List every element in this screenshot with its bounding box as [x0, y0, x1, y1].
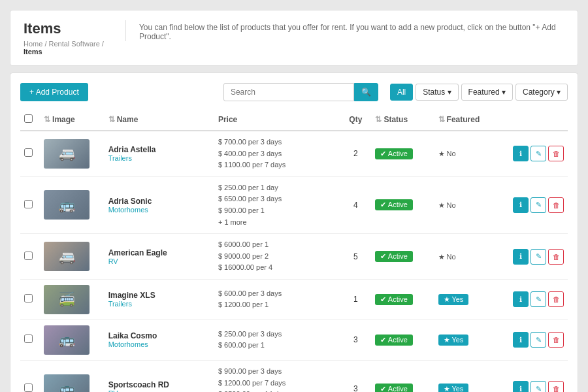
delete-button[interactable]: 🗑 — [548, 291, 564, 307]
item-qty: 3 — [353, 335, 358, 344]
edit-button[interactable]: ✎ — [531, 291, 546, 307]
action-buttons: ℹ ✎ 🗑 — [501, 291, 564, 307]
row-qty-cell: 5 — [340, 234, 371, 280]
featured-badge: ★ Yes — [438, 294, 469, 305]
info-button[interactable]: ℹ — [513, 332, 529, 348]
row-price-cell: $ 700.00 per 3 days$ 400.00 per 3 days$ … — [214, 131, 340, 176]
select-all-checkbox[interactable] — [24, 114, 33, 123]
header-description: You can find below the list of products … — [125, 20, 564, 41]
delete-button[interactable]: 🗑 — [548, 249, 564, 265]
row-checkbox[interactable] — [24, 335, 33, 343]
search-input[interactable] — [223, 83, 354, 101]
item-qty: 5 — [353, 252, 358, 261]
row-actions-cell: ℹ ✎ 🗑 — [497, 319, 568, 360]
filter-category-button[interactable]: Category ▾ — [515, 84, 568, 101]
row-price-cell: $ 900.00 per 3 days$ 1200.00 per 7 days$… — [214, 360, 340, 392]
info-button[interactable]: ℹ — [513, 197, 529, 213]
filter-status-button[interactable]: Status ▾ — [416, 84, 458, 101]
row-status-cell: ✔ Active — [371, 234, 434, 280]
edit-button[interactable]: ✎ — [531, 197, 546, 213]
toolbar: + Add Product 🔍 All Status ▾ Featured ▾ … — [20, 83, 568, 101]
search-button[interactable]: 🔍 — [354, 83, 378, 101]
row-actions-cell: ℹ ✎ 🗑 — [497, 176, 568, 233]
info-button[interactable]: ℹ — [513, 381, 529, 392]
info-button[interactable]: ℹ — [513, 146, 529, 161]
vehicle-image: 🚐 — [44, 242, 90, 271]
row-qty-cell: 4 — [340, 176, 371, 233]
row-checkbox[interactable] — [24, 294, 33, 302]
row-featured-cell: ★ No — [434, 176, 497, 233]
row-actions-cell: ℹ ✎ 🗑 — [497, 279, 568, 319]
col-price: Price — [214, 109, 340, 131]
row-checkbox-cell — [20, 176, 40, 233]
row-status-cell: ✔ Active — [371, 176, 434, 233]
action-buttons: ℹ ✎ 🗑 — [501, 332, 564, 348]
item-price: $ 6000.00 per 1$ 9000.00 per 2$ 16000.00… — [218, 239, 336, 274]
row-checkbox[interactable] — [24, 252, 33, 260]
main-card: + Add Product 🔍 All Status ▾ Featured ▾ … — [10, 73, 578, 392]
action-buttons: ℹ ✎ 🗑 — [501, 146, 564, 161]
action-buttons: ℹ ✎ 🗑 — [501, 249, 564, 265]
item-price: $ 600.00 per 3 days$ 1200.00 per 1 — [218, 288, 336, 311]
row-price-cell: $ 600.00 per 3 days$ 1200.00 per 1 — [214, 279, 340, 319]
edit-button[interactable]: ✎ — [531, 381, 546, 392]
row-checkbox[interactable] — [24, 200, 33, 208]
row-name-cell: American Eagle RV — [105, 234, 214, 280]
row-actions-cell: ℹ ✎ 🗑 — [497, 131, 568, 176]
add-product-button[interactable]: + Add Product — [20, 83, 88, 101]
row-checkbox-cell — [20, 131, 40, 176]
delete-button[interactable]: 🗑 — [548, 146, 564, 161]
featured-badge: ★ Yes — [438, 384, 469, 392]
delete-button[interactable]: 🗑 — [548, 332, 564, 348]
item-category[interactable]: RV — [108, 389, 210, 392]
row-price-cell: $ 250.00 per 3 days$ 600.00 per 1 — [214, 319, 340, 360]
col-image: ⇅Image — [40, 109, 105, 131]
row-image-cell: 🚐 — [40, 131, 105, 176]
item-name: Imagine XLS — [108, 291, 210, 300]
item-category[interactable]: RV — [108, 257, 210, 265]
status-badge: ✔ Active — [375, 148, 412, 159]
breadcrumb-home[interactable]: Home — [24, 40, 42, 48]
delete-button[interactable]: 🗑 — [548, 381, 564, 392]
edit-button[interactable]: ✎ — [531, 146, 546, 161]
filter-featured-button[interactable]: Featured ▾ — [461, 84, 513, 101]
item-qty: 2 — [353, 149, 358, 158]
col-select-all — [20, 109, 40, 131]
row-name-cell: Imagine XLS Trailers — [105, 279, 214, 319]
row-image-cell: 🚌 — [40, 360, 105, 392]
item-category[interactable]: Motorhomes — [108, 206, 210, 214]
item-category[interactable]: Trailers — [108, 300, 210, 308]
row-checkbox[interactable] — [24, 384, 33, 392]
vehicle-image: 🚎 — [44, 285, 90, 314]
table-row: 🚐 American Eagle RV $ 6000.00 per 1$ 900… — [20, 234, 568, 280]
filter-group: All Status ▾ Featured ▾ Category ▾ — [390, 84, 568, 101]
filter-all-button[interactable]: All — [390, 84, 413, 101]
row-checkbox-cell — [20, 279, 40, 319]
item-category[interactable]: Trailers — [108, 154, 210, 162]
breadcrumb-rental[interactable]: Rental Software — [49, 40, 100, 48]
row-actions-cell: ℹ ✎ 🗑 — [497, 234, 568, 280]
item-name: Laika Cosmo — [108, 331, 210, 340]
vehicle-image: 🚌 — [44, 190, 90, 220]
row-featured-cell: ★ Yes — [434, 279, 497, 319]
row-name-cell: Sportscoach RD RV — [105, 360, 214, 392]
item-category[interactable]: Motorhomes — [108, 340, 210, 348]
header-card: Items Home / Rental Software / Items You… — [10, 10, 578, 66]
table-row: 🚌 Sportscoach RD RV $ 900.00 per 3 days$… — [20, 360, 568, 392]
row-image-cell: 🚐 — [40, 234, 105, 280]
row-qty-cell: 3 — [340, 360, 371, 392]
delete-button[interactable]: 🗑 — [548, 197, 564, 213]
table-row: 🚐 Adria Astella Trailers $ 700.00 per 3 … — [20, 131, 568, 176]
item-price: $ 250.00 per 3 days$ 600.00 per 1 — [218, 329, 336, 351]
edit-button[interactable]: ✎ — [531, 249, 546, 265]
info-button[interactable]: ℹ — [513, 291, 529, 307]
search-icon: 🔍 — [361, 88, 371, 97]
row-image-cell: 🚌 — [40, 176, 105, 233]
vehicle-image: 🚌 — [44, 374, 90, 392]
item-price: $ 250.00 per 1 day$ 650.00 per 3 days$ 9… — [218, 182, 336, 228]
item-qty: 3 — [353, 384, 358, 392]
table-row: 🚌 Adria Sonic Motorhomes $ 250.00 per 1 … — [20, 176, 568, 233]
edit-button[interactable]: ✎ — [531, 332, 546, 348]
info-button[interactable]: ℹ — [513, 249, 529, 265]
row-checkbox[interactable] — [24, 148, 33, 157]
